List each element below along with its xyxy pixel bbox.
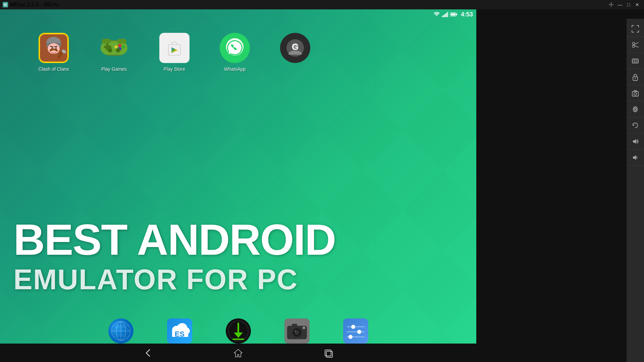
svg-rect-66 (164, 38, 184, 58)
svg-rect-109 (326, 351, 332, 357)
volume-down-button[interactable] (627, 149, 644, 166)
svg-point-58 (118, 44, 121, 47)
settings-button[interactable] (627, 101, 644, 117)
svg-point-120 (635, 78, 636, 79)
fullscreen-button[interactable] (627, 21, 644, 37)
battery-icon (450, 12, 458, 17)
restore-button[interactable] (627, 117, 644, 133)
play-games-icon (99, 33, 129, 63)
bottom-dock: ES (0, 318, 476, 344)
title-bar: M MEmu 2.5.0 - MEmu — □ ✕ (0, 0, 644, 9)
big-text-overlay: BEST ANDROID EMULATOR FOR PC (13, 216, 449, 295)
play-store-icon (159, 33, 190, 63)
recents-button[interactable] (323, 348, 333, 358)
svg-point-64 (109, 49, 111, 52)
dock-es-explorer[interactable]: ES (167, 318, 192, 344)
svg-text:ES: ES (174, 330, 184, 338)
big-text-line2: EMULATOR FOR PC (13, 264, 449, 295)
close-button[interactable]: ✕ (633, 1, 641, 8)
svg-text:M: M (4, 3, 7, 7)
svg-rect-36 (447, 12, 448, 17)
app-google[interactable]: G (275, 33, 315, 66)
whatsapp-icon (220, 33, 250, 63)
dock-browser[interactable] (108, 318, 133, 344)
lock-button[interactable] (627, 69, 644, 85)
app-clash-of-clans[interactable]: Clash of Clans (34, 33, 74, 72)
app-logo-icon: M (3, 2, 8, 7)
resize-button[interactable] (627, 53, 644, 69)
svg-point-48 (51, 47, 53, 49)
signal-icon (442, 12, 448, 17)
minimize-button[interactable]: — (616, 1, 624, 8)
svg-text:G: G (292, 42, 299, 52)
clash-of-clans-label: Clash of Clans (38, 66, 69, 72)
back-button[interactable] (144, 348, 153, 358)
svg-rect-33 (443, 15, 444, 17)
title-bar-controls: — □ ✕ (607, 1, 641, 8)
volume-up-button[interactable] (627, 133, 644, 149)
svg-point-122 (634, 93, 637, 95)
svg-line-112 (635, 43, 638, 44)
right-toolbar (627, 19, 644, 362)
dock-settings[interactable] (343, 318, 368, 344)
svg-rect-98 (292, 324, 297, 327)
scissors-button[interactable] (627, 37, 644, 53)
whatsapp-label: WhatsApp (224, 66, 246, 72)
status-time: 4:53 (461, 11, 473, 18)
svg-point-106 (348, 335, 353, 339)
play-games-label: Play Games (101, 66, 127, 72)
app-whatsapp[interactable]: WhatsApp (215, 33, 255, 72)
play-store-label: Play Store (164, 66, 185, 72)
svg-line-113 (635, 46, 638, 47)
svg-point-123 (634, 108, 636, 110)
svg-point-65 (117, 49, 119, 52)
title-text: MEmu 2.5.0 - MEmu (10, 2, 59, 8)
big-text-line1: BEST ANDROID (13, 216, 449, 264)
app-play-store[interactable]: Play Store (154, 33, 195, 72)
svg-point-102 (351, 325, 355, 329)
svg-rect-108 (325, 350, 331, 356)
svg-point-97 (295, 330, 296, 332)
svg-marker-124 (633, 139, 636, 144)
svg-marker-107 (234, 349, 242, 357)
app-grid: Clash of Clans (34, 33, 315, 72)
home-button[interactable] (233, 348, 243, 358)
svg-rect-38 (456, 14, 457, 15)
clash-of-clans-icon (39, 33, 69, 63)
navigation-bar (0, 344, 476, 362)
svg-point-49 (55, 47, 57, 49)
svg-point-99 (303, 326, 305, 329)
svg-rect-114 (632, 59, 638, 63)
title-settings-button[interactable] (607, 1, 615, 8)
svg-rect-39 (451, 13, 455, 15)
svg-rect-100 (343, 318, 368, 344)
google-icon: G (280, 33, 310, 63)
svg-marker-125 (633, 155, 636, 160)
svg-rect-34 (445, 14, 446, 17)
svg-rect-55 (117, 39, 126, 44)
android-screen: 4:53 (0, 9, 476, 362)
svg-rect-35 (446, 13, 447, 17)
svg-point-104 (357, 330, 361, 334)
dock-downloader[interactable] (226, 318, 251, 344)
svg-rect-32 (442, 16, 443, 17)
app-play-games[interactable]: Play Games (94, 33, 134, 72)
restore-button[interactable]: □ (625, 1, 633, 8)
status-bar: 4:53 (409, 9, 476, 19)
svg-rect-54 (102, 39, 111, 44)
dock-camera[interactable] (284, 318, 310, 344)
screenshot-button[interactable] (627, 85, 644, 101)
title-bar-left: M MEmu 2.5.0 - MEmu (3, 2, 59, 8)
wifi-icon (433, 12, 440, 17)
svg-point-59 (122, 45, 125, 49)
